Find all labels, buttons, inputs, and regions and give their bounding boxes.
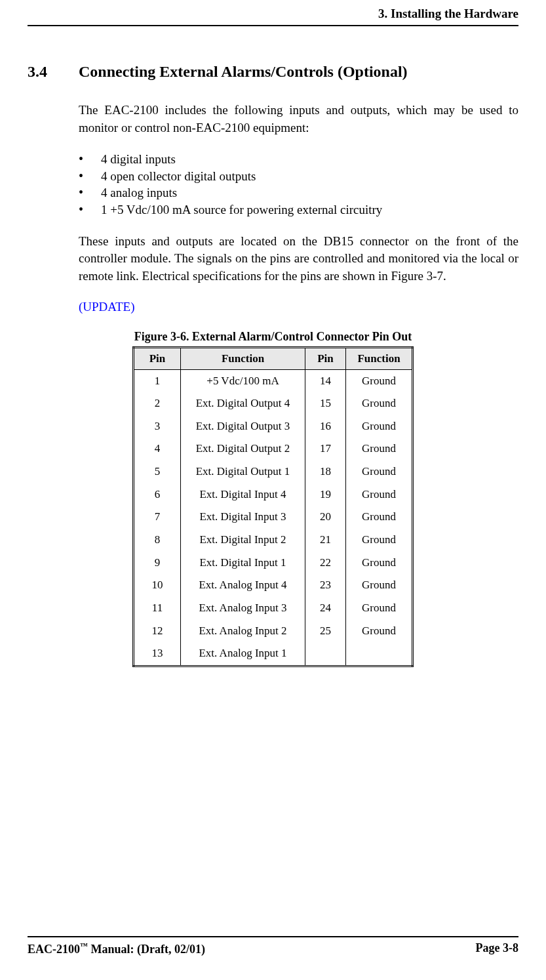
- section-number: 3.4: [28, 63, 79, 81]
- list-item: 4 open collector digital outputs: [79, 168, 518, 185]
- table-cell: Ground: [346, 392, 413, 415]
- table-container: Pin Function Pin Function 1+5 Vdc/100 mA…: [28, 346, 518, 667]
- list-item: 1 +5 Vdc/100 mA source for powering exte…: [79, 201, 518, 218]
- table-cell: Ext. Analog Input 1: [181, 642, 305, 666]
- table-cell: 1: [134, 369, 181, 392]
- table-cell: Ext. Digital Output 2: [181, 438, 305, 460]
- table-row: 1+5 Vdc/100 mA14Ground: [134, 369, 413, 392]
- table-cell: Ext. Digital Input 2: [181, 529, 305, 552]
- table-cell: 19: [305, 483, 346, 506]
- table-row: 5Ext. Digital Output 118Ground: [134, 460, 413, 483]
- table-row: 6Ext. Digital Input 419Ground: [134, 483, 413, 506]
- table-cell: 9: [134, 552, 181, 575]
- manual-info: Manual: (Draft, 02/01): [88, 943, 205, 956]
- th-pin1: Pin: [134, 347, 181, 369]
- table-cell: Ext. Digital Output 1: [181, 460, 305, 483]
- intro-paragraph: The EAC-2100 includes the following inpu…: [79, 102, 518, 136]
- table-cell: Ext. Digital Input 1: [181, 552, 305, 575]
- table-cell: 24: [305, 597, 346, 620]
- table-cell: 5: [134, 460, 181, 483]
- list-item: 4 digital inputs: [79, 151, 518, 168]
- table-row: 11Ext. Analog Input 324Ground: [134, 597, 413, 620]
- pinout-table: Pin Function Pin Function 1+5 Vdc/100 mA…: [132, 346, 414, 667]
- table-row: 9Ext. Digital Input 122Ground: [134, 552, 413, 575]
- update-note: (UPDATE): [79, 300, 518, 314]
- table-cell: 18: [305, 460, 346, 483]
- page-footer: EAC-2100™ Manual: (Draft, 02/01) Page 3-…: [28, 936, 518, 956]
- table-row: 8Ext. Digital Input 221Ground: [134, 529, 413, 552]
- table-cell: 20: [305, 506, 346, 529]
- table-cell: 14: [305, 369, 346, 392]
- table-cell: Ground: [346, 415, 413, 438]
- list-item: 4 analog inputs: [79, 184, 518, 201]
- table-cell: 10: [134, 574, 181, 597]
- table-cell: [346, 642, 413, 666]
- table-cell: Ext. Analog Input 2: [181, 620, 305, 643]
- table-cell: Ext. Analog Input 4: [181, 574, 305, 597]
- table-cell: Ground: [346, 506, 413, 529]
- table-cell: 15: [305, 392, 346, 415]
- table-cell: 3: [134, 415, 181, 438]
- table-cell: [305, 642, 346, 666]
- table-row: 10Ext. Analog Input 423Ground: [134, 574, 413, 597]
- chapter-title: 3. Installing the Hardware: [378, 7, 518, 20]
- table-cell: 11: [134, 597, 181, 620]
- table-cell: Ext. Digital Output 3: [181, 415, 305, 438]
- feature-list: 4 digital inputs 4 open collector digita…: [79, 151, 518, 218]
- table-cell: Ext. Digital Input 3: [181, 506, 305, 529]
- table-cell: Ext. Analog Input 3: [181, 597, 305, 620]
- table-row: 12Ext. Analog Input 225Ground: [134, 620, 413, 643]
- page-number: Page 3-8: [476, 941, 518, 956]
- section-body: 3.4 Connecting External Alarms/Controls …: [28, 26, 518, 667]
- table-row: 13Ext. Analog Input 1: [134, 642, 413, 666]
- section-title: Connecting External Alarms/Controls (Opt…: [79, 63, 408, 81]
- footer-left: EAC-2100™ Manual: (Draft, 02/01): [28, 941, 205, 956]
- table-row: 3Ext. Digital Output 316Ground: [134, 415, 413, 438]
- figure-caption: Figure 3-6. External Alarm/Control Conne…: [28, 330, 518, 344]
- table-cell: 4: [134, 438, 181, 460]
- th-func2: Function: [346, 347, 413, 369]
- section-heading: 3.4 Connecting External Alarms/Controls …: [28, 63, 518, 81]
- table-cell: +5 Vdc/100 mA: [181, 369, 305, 392]
- table-row: 4Ext. Digital Output 217Ground: [134, 438, 413, 460]
- table-cell: 25: [305, 620, 346, 643]
- table-cell: 7: [134, 506, 181, 529]
- page-header: 3. Installing the Hardware: [28, 0, 518, 26]
- table-cell: 2: [134, 392, 181, 415]
- th-pin2: Pin: [305, 347, 346, 369]
- table-cell: 12: [134, 620, 181, 643]
- table-cell: 16: [305, 415, 346, 438]
- table-cell: Ground: [346, 552, 413, 575]
- table-cell: Ground: [346, 483, 413, 506]
- table-cell: 6: [134, 483, 181, 506]
- table-cell: 8: [134, 529, 181, 552]
- table-cell: 13: [134, 642, 181, 666]
- table-row: 2Ext. Digital Output 415Ground: [134, 392, 413, 415]
- table-cell: 23: [305, 574, 346, 597]
- table-header-row: Pin Function Pin Function: [134, 347, 413, 369]
- table-cell: Ground: [346, 369, 413, 392]
- table-cell: 17: [305, 438, 346, 460]
- trademark-icon: ™: [80, 941, 88, 950]
- table-cell: Ground: [346, 529, 413, 552]
- product-name: EAC-2100: [28, 943, 80, 956]
- description-paragraph: These inputs and outputs are located on …: [79, 233, 518, 285]
- table-cell: Ground: [346, 597, 413, 620]
- table-cell: Ext. Digital Input 4: [181, 483, 305, 506]
- table-cell: Ext. Digital Output 4: [181, 392, 305, 415]
- table-cell: Ground: [346, 460, 413, 483]
- table-cell: 21: [305, 529, 346, 552]
- table-cell: Ground: [346, 620, 413, 643]
- table-cell: 22: [305, 552, 346, 575]
- table-row: 7Ext. Digital Input 320Ground: [134, 506, 413, 529]
- table-cell: Ground: [346, 574, 413, 597]
- th-func1: Function: [181, 347, 305, 369]
- table-cell: Ground: [346, 438, 413, 460]
